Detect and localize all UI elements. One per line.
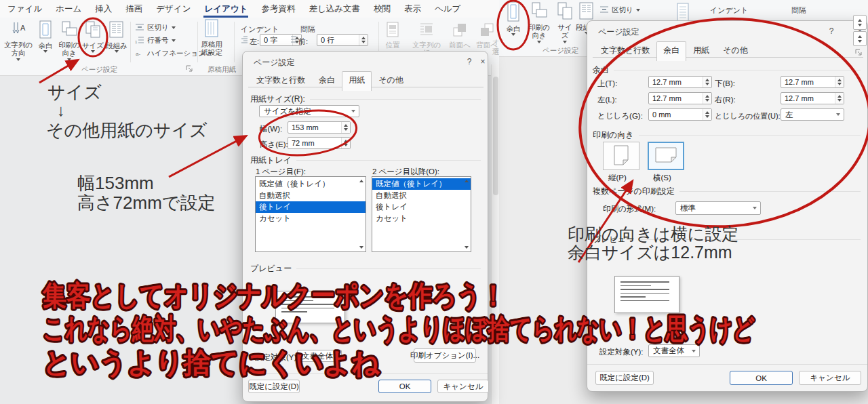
- scroll-down-icon[interactable]: [359, 246, 363, 249]
- button-label: 位置: [386, 41, 400, 49]
- breaks-button[interactable]: 区切り: [599, 5, 640, 15]
- set-default-button[interactable]: 既定に設定(D): [248, 380, 300, 393]
- menu-tab-draw[interactable]: 描画: [125, 1, 143, 18]
- tab-paper[interactable]: 用紙: [686, 41, 716, 60]
- dialog-launcher-icon[interactable]: [186, 65, 193, 74]
- svg-text:A: A: [20, 24, 26, 32]
- manuscript-group-label: 原稿用紙: [208, 65, 236, 75]
- apply-to-combobox[interactable]: 文書全体: [297, 350, 342, 362]
- menu-tab-home[interactable]: ホーム: [55, 1, 82, 18]
- breaks-button[interactable]: 区切り: [135, 23, 176, 33]
- spacing-before-field[interactable]: 0 行: [317, 34, 368, 46]
- button-label: サイズ: [82, 41, 104, 50]
- width-field[interactable]: 153 mm: [288, 121, 351, 134]
- ribbon-spinner[interactable]: [853, 31, 867, 46]
- manuscript-setup-button[interactable]: 原稿用紙設定: [201, 19, 222, 57]
- dialog-title: ページ設定: [598, 26, 639, 38]
- size-annotation-line2: その他用紙のサイズ: [46, 121, 208, 140]
- menu-tab-design[interactable]: デザイン: [155, 1, 191, 18]
- dimensions-annotation-line1: 幅153mm: [77, 174, 154, 193]
- list-item[interactable]: 既定値（後トレイ）: [256, 178, 366, 190]
- list-item[interactable]: 後トレイ: [372, 201, 471, 213]
- ribbon-spinner[interactable]: [853, 15, 867, 30]
- list-item-selected[interactable]: 既定値（後トレイ）: [372, 178, 471, 190]
- spinner[interactable]: [341, 138, 350, 148]
- line-numbers-button[interactable]: 1 行番号: [135, 36, 176, 45]
- menu-tab-review[interactable]: 校閲: [373, 1, 391, 18]
- object-selection-button-partial[interactable]: オ 選: [491, 38, 499, 56]
- tab-char-count[interactable]: 文字数と行数: [250, 71, 312, 90]
- spinner[interactable]: [703, 93, 711, 104]
- gutter-position-label: とじしろの位置(U):: [715, 111, 781, 121]
- dialog-launcher-icon[interactable]: [855, 49, 863, 58]
- print-format-combobox[interactable]: 標準: [675, 201, 761, 215]
- button-label: 余白: [507, 24, 521, 33]
- bottom-margin-field[interactable]: 12.7 mm: [781, 76, 844, 88]
- tab-char-count[interactable]: 文字数と行数: [594, 41, 656, 60]
- left-margin-field[interactable]: 12.7 mm: [648, 92, 712, 104]
- spinner[interactable]: [703, 77, 711, 87]
- position-button[interactable]: 位置: [381, 22, 404, 49]
- other-pages-tray-list[interactable]: 既定値（後トレイ） 自動選択 後トレイ カセット: [372, 176, 471, 252]
- margins-button[interactable]: 余白: [503, 1, 524, 36]
- tab-margins[interactable]: 余白: [312, 71, 342, 90]
- cancel-button[interactable]: キャンセル: [799, 371, 861, 385]
- menu-tab-mailings[interactable]: 差し込み文書: [308, 1, 361, 18]
- tab-paper[interactable]: 用紙: [342, 71, 372, 91]
- gutter-position-combobox[interactable]: 左: [781, 108, 844, 121]
- size-button[interactable]: サイズ: [554, 1, 576, 43]
- first-page-tray-list[interactable]: 既定値（後トレイ） 自動選択 後トレイ カセット: [255, 176, 366, 252]
- columns-button[interactable]: 段組み: [105, 20, 128, 53]
- list-item[interactable]: 自動選択: [256, 190, 366, 201]
- chevron-down-icon: [172, 26, 176, 29]
- vertical-scrollbar[interactable]: [491, 64, 499, 404]
- height-field[interactable]: 72 mm: [288, 137, 351, 149]
- paper-size-combobox[interactable]: サイズを指定: [259, 105, 359, 117]
- size-button[interactable]: サイズ: [81, 20, 104, 53]
- menu-tab-insert[interactable]: 挿入: [94, 1, 113, 18]
- landscape-option-selected[interactable]: [648, 142, 684, 170]
- spinner[interactable]: [703, 109, 711, 120]
- margins-button[interactable]: 余白: [35, 20, 56, 53]
- ok-button[interactable]: OK: [378, 380, 431, 393]
- spinner[interactable]: [341, 122, 350, 133]
- scroll-down-icon[interactable]: [465, 246, 469, 249]
- gutter-field[interactable]: 0 mm: [648, 108, 712, 121]
- scrollbar-thumb[interactable]: [493, 77, 498, 195]
- menu-tab-file[interactable]: ファイル: [7, 1, 43, 18]
- right-margin-field[interactable]: 12.7 mm: [781, 92, 844, 104]
- spinner[interactable]: [835, 93, 844, 104]
- list-item[interactable]: カセット: [256, 213, 366, 224]
- button-label: 選: [492, 47, 499, 56]
- list-item-selected[interactable]: 後トレイ: [256, 201, 366, 213]
- help-button[interactable]: ?: [464, 56, 475, 67]
- scroll-up-icon[interactable]: [465, 180, 469, 182]
- orientation-button[interactable]: 印刷の向き: [57, 20, 81, 61]
- columns-icon: [578, 1, 595, 22]
- print-options-button[interactable]: 印刷オプション(I)...: [414, 348, 476, 363]
- apply-to-combobox[interactable]: 文書全体: [648, 344, 700, 357]
- orientation-button[interactable]: 印刷の向き: [526, 1, 552, 43]
- bring-forward-button[interactable]: 前面へ: [448, 22, 471, 49]
- list-item[interactable]: カセット: [372, 213, 471, 224]
- help-button[interactable]: ?: [826, 26, 837, 37]
- menu-tab-view[interactable]: 表示: [403, 1, 422, 18]
- text-direction-button[interactable]: A 文字列の方向: [3, 20, 34, 61]
- list-item[interactable]: 自動選択: [372, 190, 471, 201]
- tab-margins[interactable]: 余白: [656, 41, 686, 61]
- dialog-tabs: 文字数と行数 余白 用紙 その他: [594, 41, 755, 60]
- close-icon[interactable]: ×: [477, 56, 488, 67]
- spinner[interactable]: [359, 35, 368, 45]
- ok-button[interactable]: OK: [730, 371, 793, 385]
- menu-tab-help[interactable]: ヘルプ: [434, 1, 461, 18]
- menu-tab-references[interactable]: 参考資料: [260, 1, 296, 18]
- scroll-up-icon[interactable]: [359, 180, 363, 182]
- spinner[interactable]: [835, 77, 844, 87]
- top-margin-field[interactable]: 12.7 mm: [648, 76, 712, 88]
- portrait-option[interactable]: [603, 142, 639, 170]
- menu-tab-layout[interactable]: レイアウト: [203, 1, 248, 18]
- tab-other[interactable]: その他: [372, 71, 410, 90]
- set-default-button[interactable]: 既定に設定(D): [595, 371, 654, 385]
- tab-other[interactable]: その他: [716, 41, 755, 60]
- cancel-button[interactable]: キャンセル: [437, 380, 489, 393]
